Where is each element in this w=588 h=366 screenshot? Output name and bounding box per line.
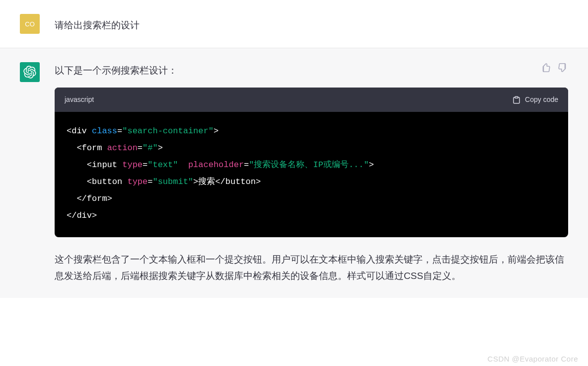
- assistant-message-body: 以下是一个示例搜索栏设计： javascript Copy code <div …: [55, 62, 568, 284]
- user-avatar: CO: [20, 14, 40, 34]
- thumbs-down-icon[interactable]: [557, 62, 568, 73]
- user-avatar-label: CO: [25, 20, 35, 28]
- clipboard-icon: [512, 95, 521, 104]
- feedback-buttons: [540, 62, 568, 73]
- user-message-row: CO 请给出搜索栏的设计: [0, 0, 588, 48]
- svg-rect-0: [515, 96, 518, 98]
- user-message-text: 请给出搜索栏的设计: [55, 14, 568, 33]
- openai-logo-icon: [23, 66, 36, 79]
- assistant-intro-text: 以下是一个示例搜索栏设计：: [55, 62, 568, 79]
- copy-code-button[interactable]: Copy code: [512, 93, 558, 106]
- code-header: javascript Copy code: [55, 88, 568, 112]
- code-block: javascript Copy code <div class="search-…: [55, 88, 568, 237]
- watermark: CSDN @Evaporator Core: [488, 355, 578, 363]
- code-language-label: javascript: [65, 93, 94, 106]
- code-content[interactable]: <div class="search-container"> <form act…: [55, 112, 568, 237]
- assistant-avatar: [20, 62, 40, 82]
- assistant-explanation-text: 这个搜索栏包含了一个文本输入框和一个提交按钮。用户可以在文本框中输入搜索关键字，…: [55, 251, 568, 284]
- assistant-message-row: 以下是一个示例搜索栏设计： javascript Copy code <div …: [0, 48, 588, 298]
- copy-code-label: Copy code: [525, 93, 558, 106]
- thumbs-up-icon[interactable]: [540, 62, 551, 73]
